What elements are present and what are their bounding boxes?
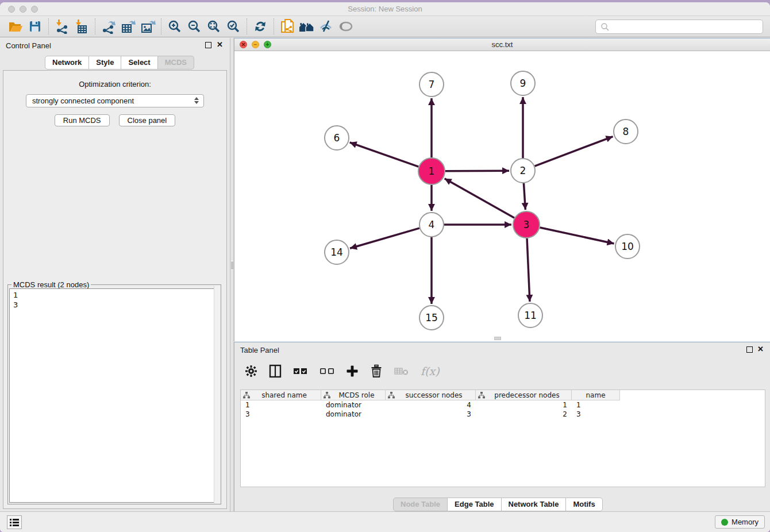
export-network-icon[interactable] — [99, 18, 118, 35]
column-header-name[interactable]: name — [572, 390, 620, 400]
close-panel-button[interactable]: Close panel — [119, 114, 176, 126]
node-label: 4 — [429, 219, 435, 230]
node-14[interactable]: 14 — [325, 240, 349, 264]
control-panel-title: Control Panel — [6, 41, 51, 50]
hierarchy-icon — [478, 392, 485, 399]
first-neighbors-icon[interactable] — [297, 18, 317, 35]
node-label: 8 — [623, 126, 629, 137]
zoom-in-icon[interactable] — [165, 18, 184, 35]
optimization-criterion-value: strongly connected component — [32, 97, 134, 105]
mcds-result-scrollbar[interactable] — [214, 286, 220, 503]
node-1[interactable]: 1 — [418, 158, 445, 184]
tab-network-table[interactable]: Network Table — [502, 498, 567, 511]
select-stepper-icon — [194, 97, 199, 104]
edge-4-to-14[interactable] — [350, 228, 419, 248]
close-table-panel-icon[interactable]: ✕ — [757, 345, 764, 353]
open-folder-icon[interactable] — [6, 18, 25, 35]
node-label: 14 — [330, 246, 343, 258]
edge-3-to-10[interactable] — [540, 228, 614, 244]
mcds-result-title: MCDS result (2 nodes) — [11, 280, 91, 289]
add-row-icon[interactable] — [346, 363, 359, 380]
toolbar-separator — [48, 18, 49, 34]
vertical-splitter[interactable] — [230, 38, 234, 511]
node-10[interactable]: 10 — [615, 234, 640, 259]
tab-network[interactable]: Network — [45, 56, 89, 70]
column-header-mcds-role[interactable]: MCDS role — [321, 390, 386, 400]
select-all-icon[interactable] — [293, 363, 308, 380]
task-history-button[interactable] — [7, 515, 22, 529]
save-session-icon[interactable] — [25, 18, 45, 35]
column-header-predecessor-nodes[interactable]: predecessor nodes — [476, 390, 572, 400]
node-label: 3 — [523, 219, 530, 230]
node-8[interactable]: 8 — [614, 119, 638, 144]
refresh-view-icon[interactable] — [251, 18, 270, 35]
mcds-panel: Optimization criterion: strongly connect… — [3, 70, 227, 509]
apply-function-icon[interactable]: f(x) — [421, 363, 440, 380]
node-7[interactable]: 7 — [419, 72, 444, 97]
node-6[interactable]: 6 — [325, 126, 349, 150]
zoom-out-icon[interactable] — [184, 18, 204, 35]
tab-motifs[interactable]: Motifs — [566, 498, 602, 511]
main-area: Control Panel ✕ Network Style Select MCD… — [0, 38, 770, 511]
float-table-panel-icon[interactable] — [746, 346, 753, 353]
optimization-criterion-label: Optimization criterion: — [3, 80, 226, 88]
network-view-window: ✕ − + scc.txt 7968124314101511 — [234, 38, 770, 341]
fit-content-icon[interactable] — [204, 18, 224, 35]
edge-2-to-8[interactable] — [535, 137, 613, 167]
delete-row-icon[interactable] — [370, 363, 383, 380]
run-mcds-button[interactable]: Run MCDS — [55, 114, 110, 126]
delete-table-icon[interactable] — [394, 363, 409, 380]
settings-gear-icon[interactable] — [245, 363, 257, 380]
tab-mcds[interactable]: MCDS — [158, 56, 194, 70]
tab-select[interactable]: Select — [121, 56, 157, 70]
tab-node-table[interactable]: Node Table — [393, 498, 448, 511]
edge-3-to-11[interactable] — [527, 238, 530, 302]
control-panel-tabs: Network Style Select MCDS — [45, 56, 194, 70]
column-header-successor-nodes[interactable]: successor nodes — [386, 390, 476, 400]
mcds-result-group: MCDS result (2 nodes) 1 3 — [7, 284, 221, 504]
node-11[interactable]: 11 — [518, 303, 542, 327]
float-panel-icon[interactable] — [205, 42, 211, 48]
export-table-icon[interactable] — [118, 18, 138, 35]
table-row[interactable]: 1 dominator 4 1 1 — [241, 400, 765, 410]
edge-1-to-2[interactable] — [445, 171, 509, 171]
main-toolbar — [0, 16, 770, 37]
titlebar: Session: New Session — [0, 2, 770, 16]
app-window: Session: New Session — [0, 2, 770, 532]
edge-3-to-1[interactable] — [445, 179, 514, 218]
edge-2-to-3[interactable] — [523, 183, 525, 210]
table-row[interactable]: 3 dominator 3 2 3 — [241, 410, 765, 419]
horizontal-splitter-handle[interactable] — [494, 337, 501, 340]
toolbar-separator — [95, 18, 95, 34]
node-4[interactable]: 4 — [419, 213, 444, 237]
node-label: 2 — [520, 165, 526, 176]
node-3[interactable]: 3 — [513, 211, 540, 238]
show-columns-icon[interactable] — [269, 363, 282, 380]
tab-style[interactable]: Style — [89, 56, 121, 70]
hierarchy-icon — [324, 392, 330, 399]
show-all-icon[interactable] — [336, 18, 356, 35]
node-15[interactable]: 15 — [419, 306, 444, 330]
mcds-result-text[interactable]: 1 3 — [9, 288, 220, 503]
duplicate-network-icon[interactable] — [278, 18, 297, 35]
column-header-shared-name[interactable]: shared name — [241, 390, 321, 400]
node-9[interactable]: 9 — [511, 71, 535, 95]
edge-1-to-6[interactable] — [350, 142, 419, 167]
export-image-icon[interactable] — [138, 18, 157, 35]
close-panel-icon[interactable]: ✕ — [217, 41, 223, 49]
import-network-icon[interactable] — [52, 18, 72, 35]
table-toolbar: f(x) — [245, 361, 440, 381]
network-canvas[interactable]: 7968124314101511 — [234, 51, 770, 341]
node-2[interactable]: 2 — [511, 159, 535, 183]
zoom-selected-icon[interactable] — [224, 18, 243, 35]
tab-edge-table[interactable]: Edge Table — [448, 498, 501, 511]
memory-button[interactable]: Memory — [715, 515, 765, 529]
deselect-all-icon[interactable] — [319, 363, 334, 380]
node-label: 9 — [520, 78, 526, 89]
import-table-icon[interactable] — [72, 18, 91, 35]
hide-selected-icon[interactable] — [317, 18, 336, 35]
search-input[interactable] — [595, 20, 763, 34]
optimization-criterion-select[interactable]: strongly connected component — [26, 94, 204, 107]
splitter-handle[interactable] — [231, 261, 233, 270]
node-label: 1 — [429, 165, 435, 177]
